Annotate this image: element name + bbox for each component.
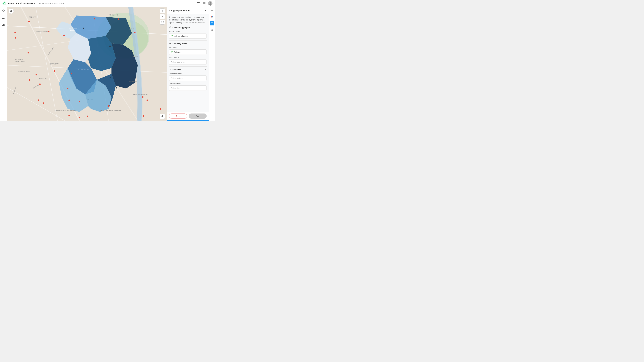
svg-text:WEST: WEST <box>70 30 74 32</box>
layer-section-title: Layer to Aggregate <box>172 27 190 29</box>
last-saved: Last Saved: 05:16 PM 07/03/2024 <box>38 2 64 5</box>
statistics-settings-icon[interactable] <box>204 69 207 71</box>
app-logo <box>2 1 6 6</box>
main-layout: BORSTEI SCHWABING OBERWIESENFELD SCHWABI… <box>0 7 215 121</box>
svg-point-92 <box>110 77 111 78</box>
area-layer-info-icon[interactable]: ⓘ <box>178 57 179 59</box>
sidebar-menu-icon[interactable] <box>1 16 6 20</box>
area-type-value: Polygon <box>174 51 181 53</box>
filter-icon[interactable] <box>210 8 214 13</box>
svg-point-83 <box>142 96 144 98</box>
svg-point-119 <box>212 16 212 17</box>
panel-close-button[interactable]: ✕ <box>204 9 207 12</box>
palette-icon[interactable] <box>210 15 214 19</box>
svg-point-77 <box>67 88 68 89</box>
svg-rect-16 <box>2 25 3 26</box>
svg-text:HAIDHAUSEN: HAIDHAUSEN <box>129 81 137 82</box>
svg-rect-17 <box>3 24 4 26</box>
svg-text:SCHWABING-: SCHWABING- <box>69 28 78 30</box>
map-container[interactable]: BORSTEI SCHWABING OBERWIESENFELD SCHWABI… <box>7 7 166 121</box>
cursor-icon[interactable] <box>210 28 214 32</box>
svg-rect-99 <box>169 43 170 44</box>
svg-point-68 <box>94 18 96 20</box>
svg-point-82 <box>108 105 109 107</box>
svg-text:MARSFELD: MARSFELD <box>38 78 46 79</box>
svg-point-78 <box>38 100 39 101</box>
statistics-icon <box>169 68 171 71</box>
sidebar-layers-icon[interactable] <box>1 9 6 13</box>
svg-rect-5 <box>197 4 200 4</box>
layer-section-header: Layer to Aggregate <box>169 26 207 29</box>
map-controls: + − <box>160 9 165 25</box>
svg-point-85 <box>160 108 161 110</box>
map-layer-button[interactable] <box>160 114 165 119</box>
svg-point-63 <box>28 21 30 22</box>
svg-rect-14 <box>2 18 4 18</box>
panel-back-button[interactable]: ‹ <box>169 9 170 12</box>
layers-icon[interactable] <box>202 1 206 6</box>
svg-marker-104 <box>171 51 172 52</box>
panel-title: Aggregate Points <box>171 9 203 12</box>
svg-marker-96 <box>161 115 163 117</box>
svg-rect-7 <box>203 3 206 4</box>
svg-point-84 <box>146 100 148 101</box>
svg-rect-4 <box>197 3 200 3</box>
svg-text:Landsberger Straße: Landsberger Straße <box>18 71 30 72</box>
svg-text:SCHWABING: SCHWABING <box>108 14 118 16</box>
method-control[interactable]: Select method <box>169 76 207 81</box>
zoom-in-button[interactable]: + <box>160 9 165 14</box>
svg-point-73 <box>36 74 37 75</box>
method-label: Statistic Method ⓘ <box>169 73 207 75</box>
field-statistics-label: Field Statistics ⓘ <box>169 83 207 85</box>
svg-text:BORSTEI: BORSTEI <box>29 16 36 18</box>
source-layer-control[interactable]: poi_car_sharing <box>169 33 207 39</box>
svg-point-93 <box>116 87 117 89</box>
fullscreen-button[interactable] <box>160 20 165 25</box>
source-layer-info-icon[interactable]: ⓘ <box>180 31 181 33</box>
reset-button[interactable]: Reset <box>169 114 187 119</box>
summary-section-icon <box>169 42 171 45</box>
svg-point-76 <box>70 73 72 74</box>
map-search-button[interactable] <box>8 9 14 14</box>
area-type-info-icon[interactable]: ⓘ <box>177 47 179 49</box>
divider-2 <box>169 66 207 67</box>
user-avatar[interactable] <box>208 1 212 6</box>
table-icon[interactable] <box>196 1 200 6</box>
statistics-section-header: Statistics <box>169 68 207 71</box>
svg-rect-106 <box>170 69 170 70</box>
field-placeholder: Select field <box>171 87 180 89</box>
svg-rect-13 <box>2 17 4 17</box>
svg-point-2 <box>4 3 5 4</box>
svg-text:MAXVORSTADT: MAXVORSTADT <box>78 68 89 70</box>
svg-rect-105 <box>169 70 170 70</box>
field-info-icon[interactable]: ⓘ <box>180 83 182 85</box>
svg-point-70 <box>134 32 136 33</box>
run-button[interactable]: Run <box>189 114 207 119</box>
area-type-control[interactable]: Polygon <box>169 50 207 55</box>
svg-point-81 <box>78 101 80 102</box>
source-layer-label: Source Layer ⓘ <box>169 31 207 33</box>
tools-icon[interactable] <box>210 21 214 26</box>
method-info-icon[interactable]: ⓘ <box>182 73 183 75</box>
panel-body: The aggregate point tool is used to aggr… <box>167 14 209 112</box>
svg-point-86 <box>143 115 144 117</box>
area-layer-control[interactable]: Select area layer <box>169 59 207 65</box>
svg-text:HAIDHAUSEN: HAIDHAUSEN <box>126 109 134 111</box>
field-statistics-control[interactable]: Select field <box>169 85 207 91</box>
project-title: Project Landkreis Munich <box>8 2 35 5</box>
area-layer-label: Area Layer ⓘ <box>169 57 207 59</box>
svg-point-113 <box>205 70 206 70</box>
svg-point-117 <box>211 16 213 18</box>
sidebar-chart-icon[interactable] <box>1 23 6 27</box>
svg-point-67 <box>63 35 65 36</box>
svg-rect-101 <box>170 44 170 44</box>
panel-header: ‹ Aggregate Points ✕ <box>167 7 209 14</box>
svg-marker-98 <box>171 35 172 36</box>
area-type-label: Area Type ⓘ <box>169 47 207 49</box>
area-type-icon <box>171 51 173 53</box>
svg-point-120 <box>212 17 212 18</box>
svg-line-95 <box>12 12 12 12</box>
panel-footer: Reset Run <box>167 112 209 120</box>
zoom-out-button[interactable]: − <box>160 14 165 19</box>
svg-text:English Garden: English Garden <box>128 28 138 30</box>
